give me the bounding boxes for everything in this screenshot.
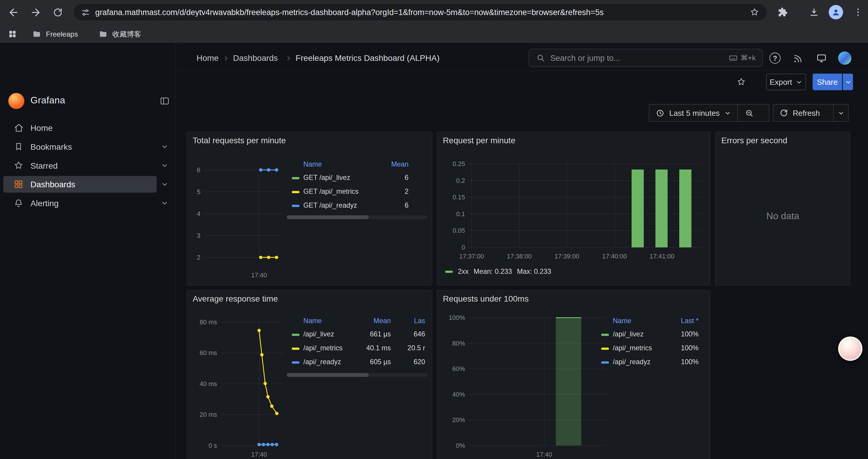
search-input[interactable] bbox=[550, 54, 723, 62]
legend-row[interactable]: /api/_livez 100% bbox=[601, 328, 705, 341]
series-last: 100% bbox=[681, 355, 699, 369]
share-menu-button[interactable] bbox=[843, 73, 853, 90]
legend-row[interactable]: GET /api/_metrics 2 bbox=[287, 185, 428, 199]
series-swatch bbox=[601, 361, 609, 363]
series-name: GET /api/_livez bbox=[303, 171, 350, 185]
series-swatch bbox=[291, 204, 299, 206]
refresh-controls-group: Refresh bbox=[773, 104, 849, 122]
legend-col-name[interactable]: Name bbox=[303, 314, 322, 328]
export-button[interactable]: Export bbox=[766, 73, 806, 90]
refresh-button[interactable]: Refresh bbox=[773, 104, 833, 121]
puzzle-icon bbox=[778, 7, 788, 17]
grafana-logo[interactable] bbox=[8, 93, 24, 109]
legend-col-mean[interactable]: Mean bbox=[391, 158, 409, 171]
sidebar-item-alerting[interactable]: Alerting bbox=[0, 194, 176, 213]
apps-grid-button[interactable] bbox=[6, 27, 19, 40]
svg-text:5: 5 bbox=[197, 189, 200, 196]
browser-menu-button[interactable] bbox=[851, 6, 865, 19]
time-range-picker[interactable]: Last 5 minutes bbox=[649, 104, 737, 121]
panel-requests-under-100ms: Requests under 100ms 100%80%60%40%20%0%1… bbox=[437, 290, 710, 459]
series-last: 620 bbox=[414, 355, 425, 369]
series-mean: 6 bbox=[405, 199, 409, 213]
bookmark-folder-freeleaps[interactable]: Freeleaps bbox=[32, 28, 78, 40]
bookmark-folder-blogs[interactable]: 收藏博客 bbox=[99, 28, 141, 40]
forward-arrow-icon bbox=[30, 6, 41, 18]
display-button[interactable] bbox=[816, 53, 827, 64]
sidebar-item-bookmarks[interactable]: Bookmarks bbox=[0, 137, 176, 156]
svg-text:0.15: 0.15 bbox=[453, 194, 465, 201]
bookmark-icon bbox=[13, 141, 24, 152]
legend-scrollbar[interactable] bbox=[287, 215, 428, 219]
chevron-down-icon[interactable] bbox=[160, 180, 169, 189]
screen: Freeleaps 收藏博客 Grafana Home Bookmarks St… bbox=[0, 0, 868, 459]
legend-col-last[interactable]: Last * bbox=[681, 314, 699, 328]
svg-text:17:40: 17:40 bbox=[251, 272, 267, 279]
news-button[interactable] bbox=[793, 53, 803, 64]
request-per-minute-chart[interactable]: 0.250.20.150.10.05017:37:0017:38:0017:39… bbox=[437, 132, 710, 286]
reload-icon bbox=[52, 7, 63, 18]
sidebar-item-home[interactable]: Home bbox=[0, 119, 176, 137]
address-bar[interactable] bbox=[73, 4, 767, 21]
series-last: 20.5 r bbox=[407, 341, 425, 355]
svg-text:80%: 80% bbox=[452, 340, 465, 347]
panel-errors-per-second: Errors per second No data bbox=[715, 132, 850, 286]
breadcrumb-dashboards[interactable]: Dashboards bbox=[233, 53, 278, 63]
legend[interactable]: 2xx Mean: 0.233 Max: 0.233 bbox=[445, 267, 551, 277]
scrollbar-thumb[interactable] bbox=[287, 373, 369, 377]
legend-col-name[interactable]: Name bbox=[613, 314, 631, 328]
refresh-interval-button[interactable] bbox=[834, 104, 848, 121]
svg-text:17:40: 17:40 bbox=[536, 451, 552, 458]
site-settings-icon[interactable] bbox=[81, 7, 90, 17]
legend-row[interactable]: /api/_livez 661 µs 646 bbox=[287, 328, 428, 341]
series-name: /api/_livez bbox=[303, 328, 334, 341]
sidebar-item-dashboards[interactable]: Dashboards bbox=[0, 175, 176, 194]
chevron-down-icon[interactable] bbox=[160, 142, 169, 151]
series-last: 100% bbox=[681, 341, 699, 355]
breadcrumb-home[interactable]: Home bbox=[196, 53, 219, 63]
chevron-down-icon bbox=[724, 109, 731, 117]
series-last: 646 bbox=[414, 328, 425, 341]
user-profile-avatar[interactable] bbox=[838, 52, 851, 65]
forward-button[interactable] bbox=[29, 6, 42, 19]
reload-button[interactable] bbox=[51, 6, 64, 19]
url-input[interactable] bbox=[95, 8, 745, 17]
legend-col-name[interactable]: Name bbox=[303, 158, 322, 171]
series-mean: Mean: 0.233 bbox=[473, 268, 512, 275]
series-mean: 6 bbox=[405, 171, 409, 185]
sidebar-item-starred[interactable]: Starred bbox=[0, 156, 176, 175]
legend-col-last[interactable]: Las bbox=[414, 314, 425, 328]
brand-name: Grafana bbox=[30, 95, 65, 106]
legend-table: Name Mean Las /api/_livez 661 µs 646 /ap… bbox=[287, 314, 428, 381]
browser-profile-avatar[interactable] bbox=[829, 5, 843, 20]
search-box[interactable]: ⌘+k bbox=[529, 49, 763, 67]
legend-scrollbar[interactable] bbox=[287, 373, 428, 377]
chevron-down-icon bbox=[837, 109, 844, 117]
bookmark-star-icon[interactable] bbox=[749, 7, 760, 17]
folder-icon bbox=[99, 29, 108, 39]
scrollbar-thumb[interactable] bbox=[287, 215, 369, 219]
chevron-down-icon[interactable] bbox=[160, 161, 169, 169]
series-swatch bbox=[601, 347, 609, 350]
no-data-message: No data bbox=[716, 211, 850, 222]
sidebar-toggle-icon[interactable] bbox=[159, 96, 170, 106]
legend-row[interactable]: /api/_readyz 100% bbox=[601, 355, 705, 369]
favorite-dashboard-button[interactable] bbox=[736, 77, 746, 87]
back-button[interactable] bbox=[6, 6, 20, 19]
legend-header: Name Last * bbox=[601, 314, 705, 328]
panel-title[interactable]: Errors per second bbox=[721, 136, 787, 145]
floating-assistant-avatar[interactable] bbox=[838, 336, 862, 361]
legend-row[interactable]: /api/_metrics 100% bbox=[601, 341, 705, 355]
share-button[interactable]: Share bbox=[813, 73, 842, 90]
legend-row[interactable]: GET /api/_readyz 6 bbox=[287, 199, 428, 213]
kebab-menu-icon bbox=[853, 7, 863, 17]
svg-text:17:38:00: 17:38:00 bbox=[507, 253, 532, 260]
help-button[interactable] bbox=[769, 53, 780, 64]
legend-row[interactable]: GET /api/_livez 6 bbox=[287, 171, 428, 185]
legend-row[interactable]: /api/_metrics 40.1 ms 20.5 r bbox=[287, 341, 428, 355]
downloads-button[interactable] bbox=[807, 6, 820, 19]
legend-row[interactable]: /api/_readyz 605 µs 620 bbox=[287, 355, 428, 369]
zoom-out-button[interactable] bbox=[738, 104, 761, 121]
legend-col-mean[interactable]: Mean bbox=[373, 314, 391, 328]
extensions-button[interactable] bbox=[776, 6, 789, 19]
chevron-down-icon[interactable] bbox=[160, 199, 169, 207]
